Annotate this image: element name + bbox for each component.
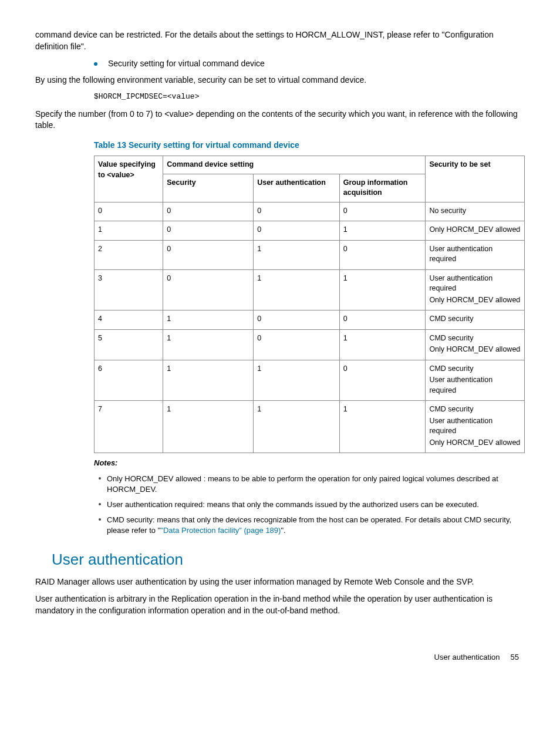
page-footer: User authentication 55 — [35, 652, 525, 663]
table-row: 6110CMD securityUser authentication requ… — [95, 360, 525, 401]
table-cell: 1 — [254, 240, 340, 269]
table-cell: 0 — [339, 310, 426, 330]
table-cell: 1 — [95, 221, 163, 241]
table-row: 4100CMD security — [95, 310, 525, 330]
table-row: 2010User authentication required — [95, 240, 525, 269]
table-cell: 1 — [163, 401, 254, 453]
security-table: Value specifying to <value> Command devi… — [94, 156, 525, 453]
bullet-dot-icon — [94, 62, 97, 66]
th-user-auth: User authentication — [254, 174, 340, 202]
table-cell: 0 — [254, 221, 340, 241]
intro-para-1: command device can be restricted. For th… — [35, 29, 525, 52]
note-text: User authentication required: means that… — [107, 499, 479, 510]
table-cell: 0 — [339, 240, 426, 269]
table-cell-result: User authentication requiredOnly HORCM_D… — [426, 269, 525, 310]
bullet-security-setting-text: Security setting for virtual command dev… — [108, 58, 265, 70]
notes-label: Notes: — [94, 458, 525, 468]
table-cell-result: CMD securityUser authentication required… — [426, 401, 525, 453]
table-cell: 0 — [95, 202, 163, 221]
table-cell: 5 — [95, 329, 163, 360]
intro-para-3: Specify the number (from 0 to 7) to <val… — [35, 109, 525, 131]
table-cell-result: Only HORCM_DEV allowed — [426, 221, 525, 241]
table-title: Table 13 Security setting for virtual co… — [94, 140, 525, 151]
table-cell: 1 — [339, 329, 426, 360]
section-heading-user-auth: User authentication — [52, 549, 525, 570]
note-text: CMD security: means that only the device… — [107, 515, 525, 536]
table-row: 5101CMD securityOnly HORCM_DEV allowed — [95, 329, 525, 360]
bullet-dot-icon — [99, 477, 101, 480]
table-cell: 0 — [163, 269, 254, 310]
bullet-security-setting: Security setting for virtual command dev… — [94, 58, 525, 70]
bullet-dot-icon — [99, 503, 101, 505]
table-cell: 0 — [254, 329, 340, 360]
table-cell: 1 — [254, 401, 340, 453]
bullet-dot-icon — [99, 518, 101, 521]
th-value: Value specifying to <value> — [95, 156, 163, 202]
table-cell: 0 — [163, 240, 254, 269]
table-cell: 1 — [339, 221, 426, 241]
note-item: Only HORCM_DEV allowed : means to be abl… — [99, 474, 525, 495]
table-cell: 0 — [254, 310, 340, 330]
table-cell: 1 — [163, 310, 254, 330]
table-row: 1001Only HORCM_DEV allowed — [95, 221, 525, 241]
table-cell: 1 — [254, 360, 340, 401]
table-cell: 0 — [339, 360, 426, 401]
table-cell: 0 — [163, 221, 254, 241]
table-cell: 2 — [95, 240, 163, 269]
note-text: Only HORCM_DEV allowed : means to be abl… — [107, 474, 525, 495]
table-cell: 1 — [339, 269, 426, 310]
table-cell: 1 — [339, 401, 426, 453]
table-cell: 3 — [95, 269, 163, 310]
table-cell: 0 — [163, 202, 254, 221]
table-cell-result: No security — [426, 202, 525, 221]
table-cell: 7 — [95, 401, 163, 453]
table-cell-result: User authentication required — [426, 240, 525, 269]
footer-label: User authentication — [434, 652, 500, 663]
table-cell: 0 — [254, 202, 340, 221]
section-para-2: User authentication is arbitrary in the … — [35, 593, 525, 616]
table-row: 3011User authentication requiredOnly HOR… — [95, 269, 525, 310]
table-row: 0000No security — [95, 202, 525, 221]
table-cell-result: CMD securityUser authentication required — [426, 360, 525, 401]
note-item: CMD security: means that only the device… — [99, 515, 525, 536]
th-cmd-setting: Command device setting — [163, 156, 426, 174]
table-cell: 1 — [163, 360, 254, 401]
section-para-1: RAID Manager allows user authentication … — [35, 576, 525, 588]
th-security: Security — [163, 174, 254, 202]
table-cell: 1 — [163, 329, 254, 360]
intro-para-2: By using the following environment varia… — [35, 75, 525, 86]
table-cell-result: CMD securityOnly HORCM_DEV allowed — [426, 329, 525, 360]
note-item: User authentication required: means that… — [99, 499, 525, 510]
table-cell: 1 — [254, 269, 340, 310]
table-cell: 0 — [339, 202, 426, 221]
th-security-set: Security to be set — [426, 156, 525, 202]
code-env-var: $HORCM_IPCMDSEC=<value> — [94, 92, 525, 102]
table-row: 7111CMD securityUser authentication requ… — [95, 401, 525, 453]
table-cell: 6 — [95, 360, 163, 401]
table-cell: 4 — [95, 310, 163, 330]
th-group-info: Group information acquisition — [339, 174, 426, 202]
table-cell-result: CMD security — [426, 310, 525, 330]
note-link[interactable]: "Data Protection facility" (page 189) — [160, 526, 281, 535]
footer-page-number: 55 — [511, 652, 519, 663]
